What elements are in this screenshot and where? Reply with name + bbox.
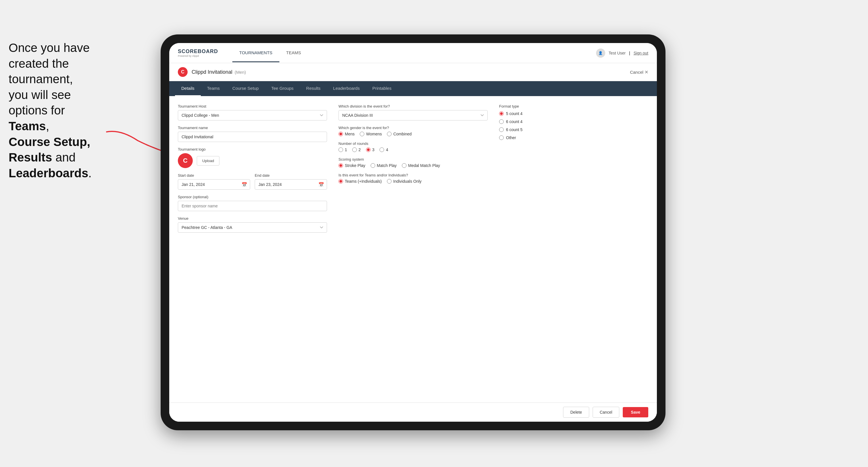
scoring-stroke[interactable]: Stroke Play xyxy=(339,163,366,168)
rounds-3[interactable]: 3 xyxy=(366,148,375,152)
tab-leaderboards[interactable]: Leaderboards xyxy=(327,81,366,96)
tab-details[interactable]: Details xyxy=(175,81,201,96)
gender-radio-group: Mens Womens Combined xyxy=(339,132,488,136)
end-date-group: End date 📅 xyxy=(255,173,327,190)
end-date-input[interactable] xyxy=(255,179,327,190)
calendar-icon-end: 📅 xyxy=(318,182,324,187)
user-avatar: 👤 xyxy=(596,49,605,58)
sign-out-link[interactable]: Sign out xyxy=(633,51,648,55)
calendar-icon: 📅 xyxy=(242,182,247,187)
delete-button[interactable]: Delete xyxy=(563,407,589,418)
venue-group: Venue Peachtree GC - Atlanta - GA xyxy=(178,216,327,232)
venue-label: Venue xyxy=(178,216,327,221)
rounds-radio-group: 1 2 3 4 xyxy=(339,148,488,152)
teams-plus-label: Teams (+Individuals) xyxy=(345,179,382,184)
nav-tournaments[interactable]: TOURNAMENTS xyxy=(232,44,279,62)
individuals-only-label: Individuals Only xyxy=(393,179,422,184)
tournament-name-label: Tournament name xyxy=(178,126,327,130)
form-area: Tournament Host Clippd College - Men Tou… xyxy=(169,96,657,402)
rounds-1-radio[interactable] xyxy=(339,148,343,152)
gender-womens[interactable]: Womens xyxy=(360,132,382,136)
logo-area: SCOREBOARD Powered by clippd xyxy=(178,49,218,57)
individuals-only[interactable]: Individuals Only xyxy=(387,179,422,184)
format-6count5[interactable]: 6 count 5 xyxy=(499,127,648,132)
scoring-medal-match[interactable]: Medal Match Play xyxy=(402,163,440,168)
scoring-match[interactable]: Match Play xyxy=(371,163,397,168)
format-other-label: Other xyxy=(506,135,516,140)
tournament-host-group: Tournament Host Clippd College - Men xyxy=(178,104,327,121)
gender-mens[interactable]: Mens xyxy=(339,132,354,136)
tab-results[interactable]: Results xyxy=(300,81,327,96)
nav-right: 👤 Test User | Sign out xyxy=(596,49,648,58)
left-column: Tournament Host Clippd College - Men Tou… xyxy=(178,104,327,395)
rounds-4[interactable]: 4 xyxy=(379,148,388,152)
tournament-host-label: Tournament Host xyxy=(178,104,327,108)
teams-individuals-label: Is this event for Teams and/or Individua… xyxy=(339,173,488,177)
intro-line5: options for xyxy=(9,103,65,117)
app-logo: SCOREBOARD xyxy=(178,49,218,55)
tab-teams[interactable]: Teams xyxy=(201,81,226,96)
individuals-only-radio[interactable] xyxy=(387,179,392,184)
tournament-name-input[interactable] xyxy=(178,132,327,142)
rounds-3-radio[interactable] xyxy=(366,148,371,152)
teams-individuals-group: Is this event for Teams and/or Individua… xyxy=(339,173,488,184)
intro-line2: created the xyxy=(9,57,69,70)
cancel-button-top[interactable]: Cancel ✕ xyxy=(630,69,648,75)
rounds-4-radio[interactable] xyxy=(379,148,384,152)
cancel-label: Cancel xyxy=(630,70,643,74)
format-5count4-radio[interactable] xyxy=(499,111,504,116)
nav-teams[interactable]: TEAMS xyxy=(279,44,308,62)
logo-subtitle: Powered by clippd xyxy=(178,55,218,57)
rounds-4-label: 4 xyxy=(386,148,388,152)
tab-printables[interactable]: Printables xyxy=(366,81,398,96)
rounds-2[interactable]: 2 xyxy=(352,148,361,152)
upload-button[interactable]: Upload xyxy=(197,156,219,165)
gender-mens-label: Mens xyxy=(345,132,354,136)
format-5count4[interactable]: 5 count 4 xyxy=(499,111,648,116)
gender-combined[interactable]: Combined xyxy=(387,132,412,136)
rounds-2-radio[interactable] xyxy=(352,148,357,152)
venue-select[interactable]: Peachtree GC - Atlanta - GA xyxy=(178,222,327,232)
rounds-1[interactable]: 1 xyxy=(339,148,347,152)
right-column: Format type 5 count 4 6 count 4 xyxy=(499,104,648,395)
scoring-match-radio[interactable] xyxy=(371,163,375,168)
format-other-radio[interactable] xyxy=(499,135,504,140)
gender-womens-radio[interactable] xyxy=(360,132,364,136)
start-date-input[interactable] xyxy=(178,179,250,190)
scoring-stroke-label: Stroke Play xyxy=(345,163,366,168)
tournament-gender: (Men) xyxy=(235,70,246,74)
form-footer: Delete Cancel Save xyxy=(169,402,657,422)
format-6count4[interactable]: 6 count 4 xyxy=(499,119,648,124)
rounds-1-label: 1 xyxy=(345,148,347,152)
tab-course-setup[interactable]: Course Setup xyxy=(226,81,265,96)
scoring-label: Scoring system xyxy=(339,157,488,161)
gender-label: Which gender is the event for? xyxy=(339,126,488,130)
rounds-2-label: 2 xyxy=(359,148,361,152)
intro-text: Once you have created the tournament, yo… xyxy=(0,34,126,187)
tournament-header: C Clippd Invitational (Men) Cancel ✕ xyxy=(169,63,657,81)
scoring-medal-radio[interactable] xyxy=(402,163,406,168)
division-select[interactable]: NCAA Division III xyxy=(339,110,488,121)
tab-tee-groups[interactable]: Tee Groups xyxy=(265,81,300,96)
teams-radio-group: Teams (+Individuals) Individuals Only xyxy=(339,179,488,184)
sponsor-input[interactable] xyxy=(178,201,327,211)
format-6count5-radio[interactable] xyxy=(499,127,504,132)
gender-combined-radio[interactable] xyxy=(387,132,392,136)
scoring-match-label: Match Play xyxy=(377,163,397,168)
intro-bold-leaderboards: Leaderboards xyxy=(9,166,88,180)
scoring-group: Scoring system Stroke Play Match Play xyxy=(339,157,488,168)
teams-plus-radio[interactable] xyxy=(339,179,343,184)
format-other[interactable]: Other xyxy=(499,135,648,140)
intro-bold-course: Course Setup, xyxy=(9,135,90,149)
tournament-logo-group: Tournament logo C Upload xyxy=(178,147,327,168)
scoring-stroke-radio[interactable] xyxy=(339,163,343,168)
cancel-button[interactable]: Cancel xyxy=(593,407,620,418)
gender-mens-radio[interactable] xyxy=(339,132,343,136)
logo-section: C Upload xyxy=(178,153,327,168)
save-button[interactable]: Save xyxy=(623,407,648,417)
format-6count4-radio[interactable] xyxy=(499,119,504,124)
tournament-host-select[interactable]: Clippd College - Men xyxy=(178,110,327,121)
end-date-wrapper: 📅 xyxy=(255,179,327,190)
teams-plus-individuals[interactable]: Teams (+Individuals) xyxy=(339,179,382,184)
tournament-title: Clippd Invitational xyxy=(192,69,232,75)
